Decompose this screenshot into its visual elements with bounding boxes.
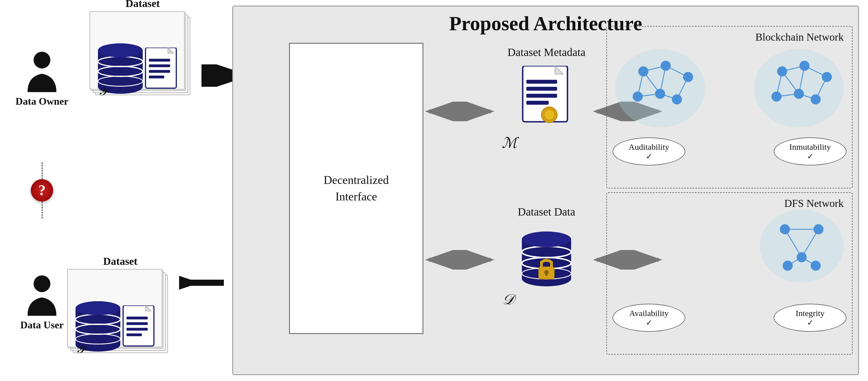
- svg-rect-48: [526, 94, 557, 98]
- bottom-y-label: 𝒴: [75, 342, 83, 356]
- svg-point-23: [75, 301, 120, 315]
- interface-label: DecentralizedInterface: [290, 172, 423, 205]
- svg-rect-47: [526, 87, 557, 91]
- svg-point-96: [813, 224, 824, 234]
- question-badge: ?: [31, 179, 53, 202]
- svg-point-71: [661, 61, 671, 71]
- svg-point-85: [800, 61, 809, 71]
- connector-section: ?: [31, 163, 53, 218]
- top-paper-stack: Dataset: [90, 11, 196, 101]
- interface-text: DecentralizedInterface: [323, 174, 389, 203]
- svg-point-88: [811, 94, 821, 105]
- data-user-icon: [24, 274, 60, 316]
- svg-rect-27: [126, 322, 148, 325]
- data-section-title: Dataset Data: [496, 205, 597, 218]
- blockchain-graph-2-bg: [754, 49, 844, 127]
- metadata-section: Dataset Metadata ℳ: [496, 46, 597, 151]
- svg-rect-12: [149, 64, 170, 67]
- svg-point-99: [811, 261, 821, 271]
- dfs-network-box: DFS Network Availability: [607, 192, 852, 355]
- metadata-doc-icon: [519, 66, 575, 133]
- data-user-label: Data User: [21, 319, 64, 331]
- svg-rect-61: [546, 272, 548, 276]
- svg-rect-28: [126, 328, 148, 331]
- svg-point-73: [655, 89, 665, 99]
- svg-point-51: [544, 110, 554, 120]
- auditability-label: Auditability: [629, 142, 669, 152]
- top-db-doc-group: 𝒴: [95, 34, 179, 95]
- svg-rect-49: [526, 101, 549, 105]
- svg-point-8: [98, 43, 143, 57]
- dfs-graph-1-bg: [760, 210, 844, 283]
- inmutability-check: ✓: [807, 152, 813, 161]
- svg-rect-13: [149, 70, 170, 73]
- top-dataset-title: Dataset: [90, 0, 196, 9]
- bottom-left-arrow: [179, 271, 224, 294]
- svg-rect-29: [126, 333, 142, 336]
- svg-point-70: [638, 66, 648, 77]
- svg-rect-24: [123, 305, 154, 346]
- top-y-label: 𝒴: [97, 85, 106, 98]
- svg-point-0: [34, 52, 50, 68]
- bottom-doc-icon: [120, 305, 157, 350]
- data-owner-label: Data Owner: [16, 95, 68, 107]
- dashed-line-top: [42, 163, 42, 179]
- svg-point-95: [780, 224, 790, 234]
- blockchain-graph-2: [760, 55, 838, 122]
- auditability-check: ✓: [646, 152, 652, 161]
- svg-point-86: [822, 72, 832, 82]
- availability-badge: Availability ✓: [613, 304, 685, 332]
- svg-point-74: [672, 94, 682, 105]
- bottom-dataset-area: Dataset: [67, 269, 185, 370]
- data-db-icon: [519, 225, 575, 290]
- integrity-label: Integrity: [796, 309, 824, 318]
- svg-rect-14: [149, 76, 164, 78]
- dashed-line-bottom: [42, 202, 42, 218]
- svg-rect-26: [126, 317, 148, 319]
- architecture-box: Proposed Architecture DecentralizedInter…: [232, 6, 859, 375]
- svg-point-98: [783, 261, 793, 271]
- top-doc-icon: [143, 48, 179, 92]
- data-symbol: 𝒟: [496, 291, 597, 308]
- integrity-badge: Integrity ✓: [774, 304, 846, 332]
- svg-point-75: [633, 91, 643, 101]
- gray-arrow-data-left: [423, 250, 496, 270]
- data-user-figure: Data User: [21, 274, 64, 331]
- svg-point-1: [34, 275, 50, 292]
- auditability-badge: Auditability ✓: [613, 138, 685, 166]
- data-owner-icon: [24, 50, 60, 92]
- metadata-symbol: ℳ: [496, 135, 597, 151]
- bottom-dataset-title: Dataset: [67, 255, 174, 267]
- bottom-db-doc-group: 𝒴: [73, 291, 157, 353]
- main-container: Data Owner ? Data User Dataset: [0, 0, 868, 381]
- top-dataset-area: Dataset: [90, 11, 207, 112]
- availability-check: ✓: [646, 318, 652, 327]
- integrity-check: ✓: [807, 318, 813, 327]
- svg-rect-9: [146, 48, 176, 88]
- interface-box: DecentralizedInterface: [289, 43, 423, 334]
- gray-arrow-meta-left: [423, 101, 496, 121]
- blockchain-graph-1-bg: [615, 49, 705, 127]
- inmutability-badge: Inmutability ✓: [774, 138, 846, 166]
- blockchain-label: Blockchain Network: [755, 31, 844, 43]
- question-mark: ?: [38, 183, 45, 198]
- blockchain-network-box: Blockchain Network: [607, 26, 852, 188]
- svg-point-58: [522, 232, 571, 247]
- availability-label: Availability: [629, 309, 669, 318]
- inmutability-label: Inmutability: [789, 142, 831, 152]
- svg-point-97: [797, 252, 807, 262]
- dfs-label: DFS Network: [784, 197, 844, 209]
- data-owner-figure: Data Owner: [16, 50, 68, 107]
- svg-rect-11: [149, 59, 170, 62]
- svg-point-89: [772, 91, 781, 101]
- metadata-title: Dataset Metadata: [496, 46, 597, 59]
- svg-point-87: [794, 89, 804, 99]
- svg-rect-46: [526, 80, 557, 84]
- svg-point-72: [683, 72, 693, 82]
- svg-point-84: [777, 66, 787, 77]
- blockchain-graph-1: [621, 55, 699, 122]
- bottom-paper-stack: Dataset: [67, 269, 174, 359]
- dfs-graph-1: [765, 215, 838, 277]
- data-section: Dataset Data 𝒟: [496, 205, 597, 308]
